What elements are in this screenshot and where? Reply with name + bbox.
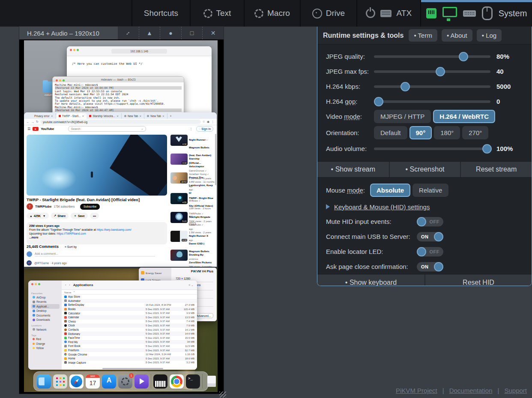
locator-led-toggle[interactable]: OFF <box>417 247 443 256</box>
terminal-title: mdevaev — -bash — 80x23 <box>101 78 136 81</box>
runtime-settings-panel: Runtime settings & tools • Term • About … <box>317 27 532 286</box>
mute-hid-row: Mute HID input events: OFF <box>326 214 523 229</box>
chrome-tab: Starship Velocira...✕ <box>87 113 122 119</box>
save-button: ＋ Save <box>71 213 88 219</box>
h264-kbps-row: H.264 kbps: 5000 <box>326 79 523 94</box>
close-icon[interactable]: ✕ <box>202 27 224 39</box>
log-button[interactable]: • Log <box>477 29 502 42</box>
mute-hid-toggle[interactable]: OFF <box>417 217 443 226</box>
panel-title: Runtime settings & tools <box>323 32 403 39</box>
nav-atx[interactable]: ATX <box>356 0 420 27</box>
person-icon: ◌ <box>199 127 200 130</box>
youtube-video-title: TWRP - Starlight Brigade (feat. Dan Avid… <box>27 197 168 202</box>
hid-settings-link[interactable]: Keyboard & Mouse (HID) settings <box>334 203 430 211</box>
jpeg-fps-value: 40 <box>496 68 523 75</box>
fullscreen-icon[interactable]: ↕ <box>118 27 139 39</box>
chrome-dock-icon <box>170 374 184 389</box>
dock-separator <box>202 374 203 389</box>
youtube-channel-row: T TWRPtube 175K subscribers Subscribe <box>27 203 100 210</box>
screenshot-button[interactable]: • Screenshot <box>389 162 460 177</box>
footer-separator: | <box>442 387 444 394</box>
pikvm-project-link[interactable]: PiKVM Project <box>396 387 437 394</box>
youtube-logo <box>33 127 39 131</box>
support-link[interactable]: Support <box>504 387 527 394</box>
launchpad-dock-icon <box>53 374 67 389</box>
documentation-link[interactable]: Documentation <box>449 387 493 394</box>
remote-stream-surface[interactable]: columns 192.168.1.146 /* Here you can cu… <box>19 39 224 394</box>
mouse-mode-hint-link[interactable]: mode <box>347 187 363 194</box>
stream-resize-handle[interactable] <box>219 392 226 398</box>
footer-separator: | <box>498 387 499 394</box>
video-mode-mjpeg-button[interactable]: MJPEG / HTTP <box>374 110 431 123</box>
h264-kbps-slider[interactable] <box>374 85 490 88</box>
nav-drive[interactable]: Drive <box>300 0 356 27</box>
youtube-wordmark: YouTube <box>41 127 54 131</box>
jpeg-quality-value: 80% <box>496 53 523 60</box>
youtube-signin-button: ◌Sign in <box>196 126 213 132</box>
connect-usb-row: Connect main USB to Server: ON <box>326 229 523 244</box>
remote-screen: columns 192.168.1.146 /* Here you can cu… <box>24 40 218 392</box>
jpeg-fps-slider[interactable] <box>374 70 490 73</box>
term-button[interactable]: • Term <box>409 29 437 42</box>
star-icon: ☆ <box>203 120 205 124</box>
nav-text[interactable]: Text <box>190 0 244 27</box>
center-window-icon[interactable]: ● <box>160 27 181 39</box>
youtube-description: 20M views 4 years ago From the album "To… <box>27 222 167 244</box>
reset-hid-button[interactable]: Reset HID <box>424 274 532 286</box>
audio-volume-value: 100% <box>496 145 523 152</box>
orientation-default-button[interactable]: Default <box>374 126 407 139</box>
stream-window-titlebar[interactable]: H.264 + Audio – 1920x10 ↕ ▲ ● □ ✕ <box>19 27 224 39</box>
reload-icon: ↻ <box>36 120 39 124</box>
video-mode-h264-button[interactable]: H.264 / WebRTC <box>433 110 495 123</box>
mouse-mode-relative-button[interactable]: Relative <box>412 184 448 197</box>
nav-shortcuts[interactable]: Shortcuts <box>132 0 190 27</box>
finder-dock-icon <box>37 374 51 389</box>
jpeg-quality-slider[interactable] <box>374 55 490 58</box>
panel-header: Runtime settings & tools • Term • About … <box>317 27 532 45</box>
orientation-180-button[interactable]: 180° <box>434 126 460 139</box>
footer: PiKVM Project | Documentation | Support <box>396 387 527 394</box>
more-button: ••• <box>90 213 99 219</box>
settings-dock-icon: 1 <box>118 374 132 389</box>
close-confirmation-toggle[interactable]: ON <box>417 262 443 271</box>
slider-thumb[interactable] <box>374 97 383 106</box>
top-nav: Shortcuts Text Macro Drive ATX System <box>0 0 532 27</box>
stream-window: H.264 + Audio – 1920x10 ↕ ▲ ● □ ✕ column… <box>19 27 224 394</box>
show-keyboard-button[interactable]: • Show keyboard <box>317 274 424 286</box>
nav-system[interactable]: System <box>420 0 532 27</box>
app-store-dock-icon <box>102 374 116 389</box>
hid-settings-disclosure[interactable]: Keyboard & Mouse (HID) settings <box>326 199 523 214</box>
profile-icon: ◉ <box>207 120 209 124</box>
raise-window-icon[interactable]: ▲ <box>139 27 160 39</box>
nav-atx-label: ATX <box>397 9 412 18</box>
chrome-address-bar: youtube.com/watch?v=J9Q3i5w6-Ug <box>40 120 201 124</box>
youtube-actions: ▲ 425K ▼ ↗ Share ＋ Save ••• <box>27 213 99 219</box>
menu-dots-icon: ⋮ <box>211 120 214 124</box>
back-icon: ‹ <box>65 283 66 286</box>
slider-thumb[interactable] <box>482 144 492 154</box>
maximize-icon[interactable]: □ <box>181 27 203 39</box>
nav-macro[interactable]: Macro <box>244 0 300 27</box>
audio-volume-slider[interactable] <box>374 148 490 150</box>
hamburger-icon: ☰ <box>27 127 30 131</box>
about-button[interactable]: • About <box>442 29 472 42</box>
connect-usb-toggle[interactable]: ON <box>417 232 443 241</box>
slider-thumb[interactable] <box>436 67 445 76</box>
nav-drive-label: Drive <box>326 9 345 18</box>
locator-led-row: Enable locator LED: OFF <box>326 244 523 259</box>
hid-section: Mouse mode: Absolute Relative Keyboard &… <box>317 178 532 274</box>
h264-gop-row: H.264 gop: 0 <box>326 94 523 109</box>
reset-stream-button[interactable]: Reset stream <box>460 162 532 177</box>
show-stream-button[interactable]: • Show stream <box>317 162 389 177</box>
audio-volume-row: Audio volume: 100% <box>326 141 523 156</box>
orientation-270-button[interactable]: 270° <box>462 126 488 139</box>
orientation-90-button[interactable]: 90° <box>409 126 432 139</box>
h264-gop-slider[interactable] <box>374 100 490 103</box>
gop-hint-link[interactable]: gop <box>345 98 356 105</box>
youtube-first-comment: RT @RTGame · 4 years ago <box>27 260 67 265</box>
slider-thumb[interactable] <box>459 52 468 61</box>
mode-hint-link[interactable]: mode <box>344 113 360 120</box>
stream-window-controls: ↕ ▲ ● □ ✕ <box>118 27 224 39</box>
mouse-mode-absolute-button[interactable]: Absolute <box>370 184 410 197</box>
slider-thumb[interactable] <box>400 82 410 91</box>
